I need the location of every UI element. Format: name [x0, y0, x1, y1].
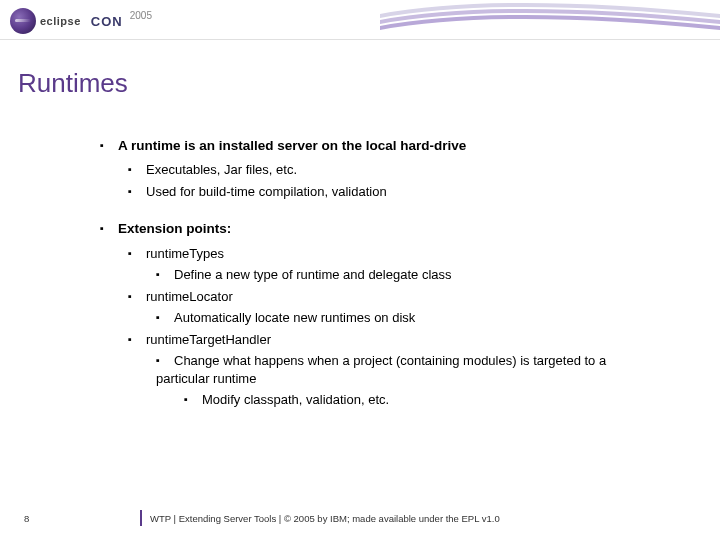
slide-content: A runtime is an installed server on the … [100, 137, 660, 409]
bullet-text: Define a new type of runtime and delegat… [174, 267, 452, 282]
bullet-text: Modify classpath, validation, etc. [202, 392, 389, 407]
bullet-l1: A runtime is an installed server on the … [100, 137, 660, 155]
bullet-text: Automatically locate new runtimes on dis… [174, 310, 415, 325]
bullet-text: Extension points: [118, 221, 231, 236]
bullet-l2: Executables, Jar files, etc. [128, 161, 660, 179]
eclipse-logo-icon [10, 8, 36, 34]
bullet-text: A runtime is an installed server on the … [118, 138, 466, 153]
logo-con-text: CON [91, 14, 123, 29]
bullet-text: Executables, Jar files, etc. [146, 162, 297, 177]
bullet-l3: Change what happens when a project (cont… [156, 352, 660, 387]
bullet-l4: Modify classpath, validation, etc. [184, 391, 660, 409]
bullet-text: Used for build-time compilation, validat… [146, 184, 387, 199]
footer-text: WTP | Extending Server Tools | © 2005 by… [150, 513, 500, 524]
logo-year-text: 2005 [130, 10, 152, 21]
bullet-text: Change what happens when a project (cont… [156, 353, 606, 386]
logo: eclipse CON 2005 [10, 8, 152, 34]
logo-eclipse-text: eclipse [40, 15, 81, 27]
bullet-text: runtimeTypes [146, 246, 224, 261]
bullet-l2: runtimeTypes [128, 245, 660, 263]
bullet-l1: Extension points: [100, 220, 660, 238]
bullet-l2: runtimeTargetHandler [128, 331, 660, 349]
footer-divider-icon [140, 510, 142, 526]
bullet-text: runtimeLocator [146, 289, 233, 304]
bullet-l2: Used for build-time compilation, validat… [128, 183, 660, 201]
bullet-text: runtimeTargetHandler [146, 332, 271, 347]
page-number: 8 [24, 513, 29, 524]
bullet-l2: runtimeLocator [128, 288, 660, 306]
bullet-l3: Automatically locate new runtimes on dis… [156, 309, 660, 327]
bullet-l3: Define a new type of runtime and delegat… [156, 266, 660, 284]
header-swoosh-icon [380, 0, 720, 36]
slide-header: eclipse CON 2005 [0, 0, 720, 40]
slide-title: Runtimes [18, 68, 720, 99]
